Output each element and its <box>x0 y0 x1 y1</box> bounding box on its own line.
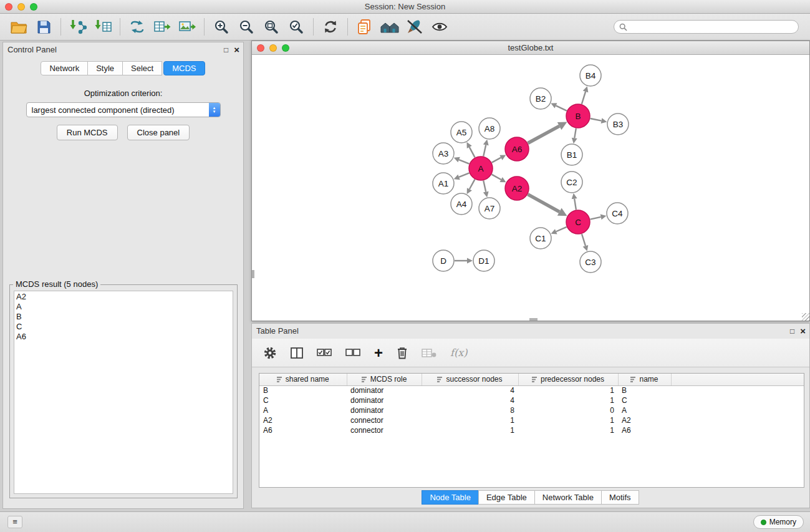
graph-edge[interactable] <box>556 227 567 231</box>
graph-edge[interactable] <box>470 147 475 158</box>
graph-edge[interactable] <box>492 158 501 163</box>
graph-edge[interactable] <box>483 181 486 192</box>
tab-select[interactable]: Select <box>122 61 162 75</box>
horizontal-scroll-thumb[interactable] <box>529 318 538 321</box>
tab-network[interactable]: Network <box>41 61 88 75</box>
vertical-scroll-thumb[interactable] <box>252 270 254 278</box>
result-item[interactable]: B <box>16 312 233 322</box>
table-cell[interactable]: 4 <box>422 385 518 395</box>
close-table-panel-icon[interactable]: × <box>800 327 806 335</box>
result-item[interactable]: A <box>16 302 233 312</box>
optimization-criterion-dropdown[interactable]: largest connected component (directed) ▴… <box>26 102 221 117</box>
graph-edge[interactable] <box>483 145 486 156</box>
table-cell[interactable]: 1 <box>518 395 618 405</box>
delete-column-button[interactable] <box>397 344 408 362</box>
table-cell[interactable]: dominator <box>347 385 422 395</box>
tab-motifs[interactable]: Motifs <box>601 490 639 505</box>
delete-table-button[interactable] <box>422 344 436 362</box>
graph-edge[interactable] <box>470 180 475 190</box>
close-panel-icon[interactable]: × <box>234 46 239 54</box>
table-cell[interactable]: dominator <box>347 395 422 405</box>
table-settings-button[interactable] <box>263 344 277 362</box>
zoom-in-button[interactable] <box>209 16 234 38</box>
run-mcds-button[interactable]: Run MCDS <box>57 125 118 140</box>
graph-edge[interactable] <box>591 217 601 220</box>
show-graphics-details-button[interactable] <box>402 16 427 38</box>
graph-edge[interactable] <box>528 126 560 143</box>
graph-edge[interactable] <box>459 173 469 177</box>
table-cell[interactable]: A <box>618 405 671 415</box>
table-row[interactable]: A2connector11A2 <box>259 415 804 425</box>
tab-node-table[interactable]: Node Table <box>422 490 479 505</box>
column-header[interactable]: predecessor nodes <box>518 374 618 385</box>
graph-edge[interactable] <box>492 175 501 180</box>
table-cell[interactable]: 1 <box>518 415 618 425</box>
float-table-panel-icon[interactable]: □ <box>790 324 794 339</box>
table-cell[interactable]: A <box>259 405 347 415</box>
graph-edge[interactable] <box>528 195 560 212</box>
refresh-button[interactable] <box>318 16 343 38</box>
zoom-fit-button[interactable] <box>259 16 284 38</box>
import-network-from-file-button[interactable] <box>65 16 90 38</box>
function-builder-button[interactable]: f(x) <box>450 344 467 362</box>
table-cell[interactable]: A6 <box>618 425 671 435</box>
column-header[interactable]: shared name <box>259 374 347 385</box>
column-header[interactable]: name <box>618 374 671 385</box>
save-session-button[interactable] <box>31 16 56 38</box>
deselect-all-button[interactable] <box>345 344 360 362</box>
tab-edge-table[interactable]: Edge Table <box>478 490 535 505</box>
table-cell[interactable]: dominator <box>347 405 422 415</box>
add-column-button[interactable]: + <box>374 344 383 362</box>
memory-button[interactable]: Memory <box>753 515 804 529</box>
table-cell[interactable]: connector <box>347 415 422 425</box>
table-cell[interactable]: 4 <box>422 395 518 405</box>
show-column-button[interactable] <box>291 344 303 362</box>
network-graph[interactable]: AA1A2A3A4A5A6A7A8BB1B2B3B4CC1C2C3C4DD1 <box>252 55 809 321</box>
table-cell[interactable]: 1 <box>518 425 618 435</box>
float-panel-icon[interactable]: □ <box>224 42 228 57</box>
task-history-button[interactable]: ≡ <box>7 516 22 528</box>
table-cell[interactable]: 1 <box>422 425 518 435</box>
graph-edge[interactable] <box>574 199 576 210</box>
table-row[interactable]: Bdominator41B <box>259 385 804 395</box>
graph-edge[interactable] <box>582 234 586 246</box>
table-cell[interactable]: A2 <box>618 415 671 425</box>
tab-mcds[interactable]: MCDS <box>163 61 205 75</box>
table-cell[interactable]: 8 <box>422 405 518 415</box>
open-file-button[interactable] <box>6 16 31 38</box>
table-cell[interactable]: A2 <box>259 415 347 425</box>
table-cell[interactable]: B <box>259 385 347 395</box>
first-neighbors-button[interactable] <box>352 16 377 38</box>
search-input[interactable] <box>630 22 793 31</box>
table-cell[interactable]: connector <box>347 425 422 435</box>
table-cell[interactable]: C <box>618 395 671 405</box>
tab-network-table[interactable]: Network Table <box>534 490 602 505</box>
table-cell[interactable]: C <box>259 395 347 405</box>
graph-edge[interactable] <box>574 128 576 138</box>
eye-button[interactable] <box>427 16 452 38</box>
table-row[interactable]: Adominator80A <box>259 405 804 415</box>
table-row[interactable]: Cdominator41C <box>259 395 804 405</box>
close-panel-button[interactable]: Close panel <box>127 125 190 140</box>
select-all-button[interactable] <box>317 344 332 362</box>
export-network-button[interactable] <box>125 16 150 38</box>
export-table-button[interactable] <box>150 16 175 38</box>
graph-edge[interactable] <box>556 105 566 110</box>
result-item[interactable]: C <box>16 322 233 332</box>
zoom-out-button[interactable] <box>234 16 259 38</box>
graph-edge[interactable] <box>582 92 586 104</box>
table-cell[interactable]: B <box>618 385 671 395</box>
result-item[interactable]: A6 <box>16 332 233 342</box>
table-cell[interactable]: A6 <box>259 425 347 435</box>
tab-style[interactable]: Style <box>87 61 123 75</box>
resize-handle[interactable] <box>802 313 809 321</box>
home-button[interactable] <box>377 16 402 38</box>
graph-edge[interactable] <box>459 160 469 164</box>
graph-edge[interactable] <box>591 118 602 121</box>
column-header[interactable]: successor nodes <box>422 374 518 385</box>
network-canvas[interactable]: AA1A2A3A4A5A6A7A8BB1B2B3B4CC1C2C3C4DD1 <box>252 55 809 321</box>
zoom-selected-button[interactable] <box>284 16 309 38</box>
column-header[interactable]: MCDS role <box>347 374 422 385</box>
export-image-button[interactable] <box>175 16 200 38</box>
table-cell[interactable]: 0 <box>518 405 618 415</box>
